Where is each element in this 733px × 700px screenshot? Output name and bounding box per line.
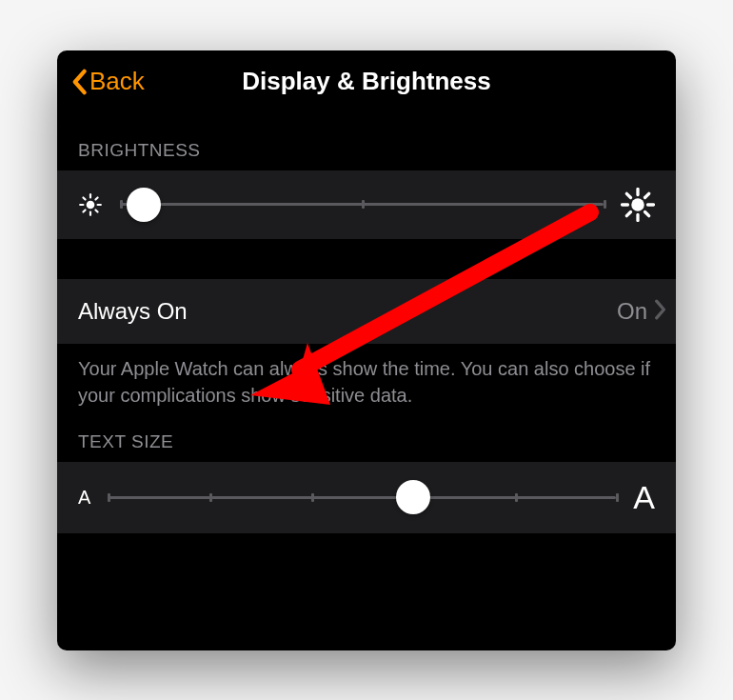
sun-large-icon	[621, 188, 655, 222]
svg-point-9	[631, 198, 644, 211]
text-size-slider-thumb[interactable]	[396, 480, 430, 514]
svg-line-6	[95, 210, 97, 211]
brightness-header: BRIGHTNESS	[57, 108, 676, 170]
back-button[interactable]: Back	[70, 67, 145, 96]
text-size-small-icon: A	[78, 487, 90, 509]
chevron-left-icon	[70, 69, 89, 95]
back-label: Back	[89, 67, 145, 96]
brightness-slider-row	[57, 170, 676, 239]
sun-small-icon	[78, 192, 103, 217]
brightness-slider-thumb[interactable]	[127, 188, 161, 222]
text-size-header: TEXT SIZE	[57, 409, 676, 462]
svg-line-8	[95, 197, 97, 199]
always-on-footer: Your Apple Watch can always show the tim…	[57, 344, 676, 409]
brightness-slider[interactable]	[120, 191, 604, 218]
svg-line-7	[83, 210, 85, 211]
page-title: Display & Brightness	[57, 67, 676, 96]
text-size-large-icon: A	[633, 479, 655, 516]
chevron-right-icon	[653, 299, 666, 324]
settings-screen: Back Display & Brightness BRIGHTNESS	[57, 50, 676, 650]
svg-line-5	[83, 197, 85, 199]
svg-point-0	[87, 200, 95, 209]
svg-line-14	[626, 193, 630, 197]
always-on-row[interactable]: Always On On	[57, 279, 676, 344]
always-on-label: Always On	[78, 298, 617, 325]
always-on-value: On	[617, 298, 647, 325]
svg-line-17	[645, 193, 649, 197]
svg-line-16	[626, 211, 630, 215]
svg-line-15	[645, 211, 649, 215]
text-size-slider-row: A A	[57, 462, 676, 533]
nav-bar: Back Display & Brightness	[57, 50, 676, 108]
text-size-slider[interactable]	[108, 484, 616, 510]
